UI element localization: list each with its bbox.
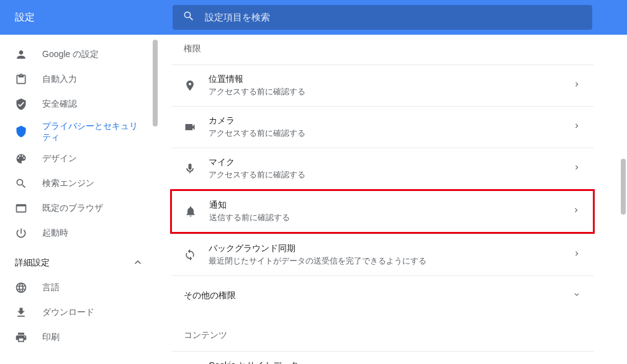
sidebar-item-on-startup[interactable]: 起動時 <box>0 221 159 246</box>
perm-camera[interactable]: カメラ アクセスする前に確認する <box>171 106 593 148</box>
perm-sub: 送信する前に確認する <box>209 212 572 223</box>
perm-location[interactable]: 位置情報 アクセスする前に確認する <box>171 64 593 106</box>
sidebar-item-search-engine[interactable]: 検索エンジン <box>0 171 159 196</box>
perm-title: カメラ <box>209 115 572 127</box>
content-area: 権限 位置情報 アクセスする前に確認する カメラ アクセスする前に確認する <box>159 35 627 364</box>
chevron-right-icon <box>572 249 581 260</box>
sidebar-item-default-browser[interactable]: 既定のブラウザ <box>0 196 159 221</box>
sidebar-scrollbar[interactable] <box>153 40 158 127</box>
search-icon <box>15 177 27 190</box>
app-header: 設定 設定項目を検索 <box>0 0 627 35</box>
sidebar-item-label: 安全確認 <box>42 99 77 110</box>
app-title: 設定 <box>0 11 173 24</box>
sidebar: Google の設定 自動入力 安全確認 プライバシーとセキュリティ デザイン … <box>0 35 159 364</box>
clipboard-icon <box>15 73 27 86</box>
perm-sub: アクセスする前に確認する <box>209 128 572 139</box>
chevron-up-icon <box>132 256 144 270</box>
sync-icon <box>184 249 196 261</box>
perm-title: バックグラウンド同期 <box>209 243 572 254</box>
section-permissions-label: 権限 <box>171 38 593 64</box>
palette-icon <box>15 153 27 165</box>
sidebar-item-printing[interactable]: 印刷 <box>0 325 159 350</box>
shield-icon <box>15 125 27 138</box>
location-pin-icon <box>184 79 196 92</box>
sidebar-item-label: 検索エンジン <box>42 178 94 189</box>
sidebar-item-label: 既定のブラウザ <box>42 203 103 214</box>
search-placeholder: 設定項目を検索 <box>205 12 270 24</box>
bell-icon <box>184 205 197 218</box>
content-scrollbar[interactable] <box>621 159 626 215</box>
browser-icon <box>15 202 27 215</box>
print-icon <box>15 331 27 344</box>
chevron-right-icon <box>572 163 581 174</box>
sidebar-advanced-label: 詳細設定 <box>15 257 50 269</box>
sidebar-item-label: 印刷 <box>42 332 60 343</box>
section-content-label: コンテンツ <box>171 325 593 351</box>
sidebar-item-autofill[interactable]: 自動入力 <box>0 67 159 92</box>
search-input[interactable]: 設定項目を検索 <box>173 5 592 30</box>
sidebar-item-google[interactable]: Google の設定 <box>0 42 159 67</box>
chevron-down-icon <box>572 290 581 301</box>
search-icon <box>183 10 195 25</box>
perm-background-sync[interactable]: バックグラウンド同期 最近閉じたサイトがデータの送受信を完了できるようにする <box>171 234 593 275</box>
sidebar-advanced-toggle[interactable]: 詳細設定 <box>0 251 159 275</box>
sidebar-item-appearance[interactable]: デザイン <box>0 146 159 171</box>
sidebar-item-label: プライバシーとセキュリティ <box>42 120 144 143</box>
chevron-right-icon <box>572 206 580 217</box>
person-icon <box>15 48 27 61</box>
sidebar-item-downloads[interactable]: ダウンロード <box>0 300 159 325</box>
perm-sub: アクセスする前に確認する <box>209 169 572 180</box>
perm-microphone[interactable]: マイク アクセスする前に確認する <box>171 148 593 189</box>
globe-icon <box>15 282 27 294</box>
sidebar-item-label: 起動時 <box>42 228 68 239</box>
sidebar-item-label: 言語 <box>42 282 60 293</box>
sidebar-item-label: Google の設定 <box>42 49 99 60</box>
perm-title: マイク <box>209 157 572 168</box>
shield-check-icon <box>15 98 27 110</box>
sidebar-item-label: 自動入力 <box>42 74 77 85</box>
power-icon <box>15 227 27 239</box>
highlight-annotation: 通知 送信する前に確認する <box>170 189 595 234</box>
perm-notifications[interactable]: 通知 送信する前に確認する <box>172 191 593 232</box>
perm-other-expand[interactable]: その他の権限 <box>171 275 593 315</box>
sidebar-item-label: デザイン <box>42 153 77 164</box>
content-cookies[interactable]: Cookie とサイトデータ シークレット モードでサードパーティの Cooki… <box>171 351 593 364</box>
perm-other-label: その他の権限 <box>184 290 572 301</box>
sidebar-item-privacy[interactable]: プライバシーとセキュリティ <box>0 117 159 146</box>
content-title: Cookie とサイトデータ <box>209 360 572 364</box>
perm-title: 位置情報 <box>209 74 572 85</box>
camera-icon <box>184 121 196 133</box>
perm-sub: アクセスする前に確認する <box>209 86 572 97</box>
mic-icon <box>184 162 196 175</box>
sidebar-item-languages[interactable]: 言語 <box>0 275 159 300</box>
sidebar-item-label: ダウンロード <box>42 307 94 318</box>
chevron-right-icon <box>572 80 581 91</box>
perm-sub: 最近閉じたサイトがデータの送受信を完了できるようにする <box>209 255 572 267</box>
chevron-right-icon <box>572 122 581 133</box>
sidebar-item-safety-check[interactable]: 安全確認 <box>0 92 159 117</box>
perm-title: 通知 <box>209 200 572 211</box>
download-icon <box>15 306 27 319</box>
